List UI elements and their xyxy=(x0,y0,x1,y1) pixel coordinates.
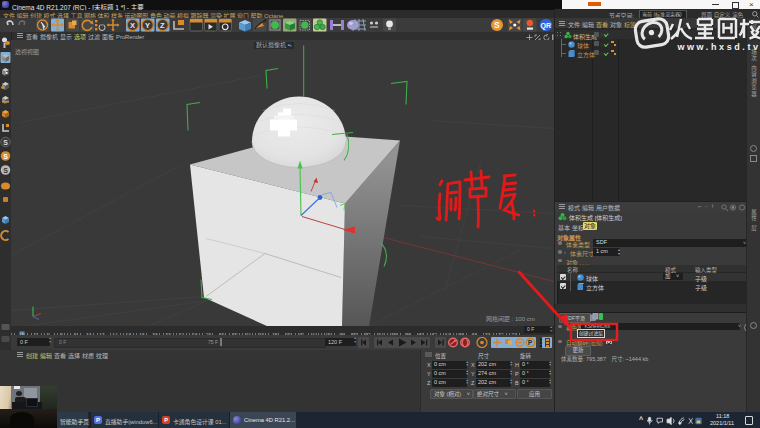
svg-text:S: S xyxy=(3,166,8,173)
svg-text:P: P xyxy=(528,339,533,346)
svg-text:X: X xyxy=(130,21,135,30)
svg-text:S: S xyxy=(494,20,500,30)
svg-text:QR: QR xyxy=(541,22,552,30)
svg-text:Y: Y xyxy=(145,21,150,30)
svg-text:Z: Z xyxy=(160,21,165,30)
svg-text:S: S xyxy=(3,152,8,159)
svg-text:www.hxsd.tv: www.hxsd.tv xyxy=(676,42,760,52)
svg-text:S: S xyxy=(3,138,8,145)
